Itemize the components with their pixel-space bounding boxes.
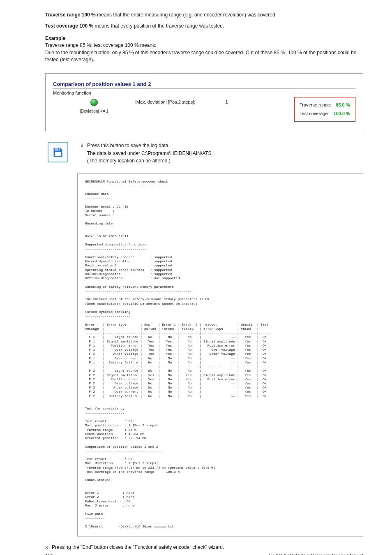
text-traverse: means that the entire measuring range (e… — [96, 12, 277, 18]
monitoring-function-label: Monitoring function — [53, 90, 355, 95]
test-coverage-value: 100.0 % — [334, 111, 350, 116]
test-coverage-label: Test coverage: — [300, 111, 329, 116]
save-button[interactable] — [48, 142, 68, 162]
comparison-panel: Comparison of position values 1 and 2 Mo… — [45, 73, 363, 131]
traverse-range-value: 85.0 % — [336, 102, 350, 107]
max-deviation-value: 1 — [225, 99, 228, 104]
save-instruction-row: xPress this button to save the log data.… — [45, 142, 363, 164]
svg-rect-1 — [58, 148, 59, 150]
bullet-marker: x — [81, 142, 85, 150]
page-number: 120 — [45, 553, 53, 555]
floppy-disk-icon — [52, 146, 64, 158]
save-instruction-text: xPress this button to save the log data.… — [81, 142, 213, 164]
log-report-box: HEIDENHAIN Functional-Safety encoder che… — [77, 173, 363, 536]
monitoring-led-block: |Deviation| <= 1 — [53, 97, 135, 113]
svg-rect-2 — [55, 152, 61, 156]
range-coverage-box: Traverse range: 85.0 % Test coverage: 10… — [294, 97, 355, 122]
bold-coverage: Test coverage 100 % — [45, 23, 93, 29]
save-line1: Press this button to save the log data. — [87, 143, 170, 148]
led-label: |Deviation| <= 1 — [53, 109, 135, 113]
save-line3: (The memory location can be altered.) — [81, 157, 213, 164]
example-line1: Traverse range 85 %; test coverage 100 %… — [45, 42, 363, 49]
example-heading: Example — [45, 35, 363, 41]
comparison-panel-title: Comparison of position values 1 and 2 — [53, 81, 355, 89]
svg-rect-0 — [55, 148, 60, 150]
traverse-range-label: Traverse range: — [300, 102, 331, 107]
save-line2: The data is saved under C:\Programs\HEID… — [81, 150, 213, 157]
closing-text: Pressing the "End" button closes the "Fu… — [52, 544, 224, 550]
footer-title: HEIDENHAIN ATS Software User's Manual — [269, 553, 363, 555]
status-led-icon — [90, 99, 98, 106]
bullet-marker: x — [45, 544, 49, 551]
page-footer: 120 HEIDENHAIN ATS Software User's Manua… — [45, 553, 363, 555]
para-test-coverage: Test coverage 100 % means that every pos… — [45, 23, 363, 30]
text-coverage: means that every position of the travers… — [93, 23, 224, 29]
example-line2: Due to the mounting situation, only 85 %… — [45, 49, 363, 63]
para-traverse-range: Traverse range 100 % means that the enti… — [45, 12, 363, 18]
max-deviation-label: |Max. deviation| [Pos.2 steps]: — [135, 99, 195, 104]
max-deviation-readout: |Max. deviation| [Pos.2 steps]: 1 — [135, 97, 294, 104]
bold-traverse: Traverse range 100 % — [45, 12, 96, 18]
closing-line: xPressing the "End" button closes the "F… — [45, 544, 363, 551]
